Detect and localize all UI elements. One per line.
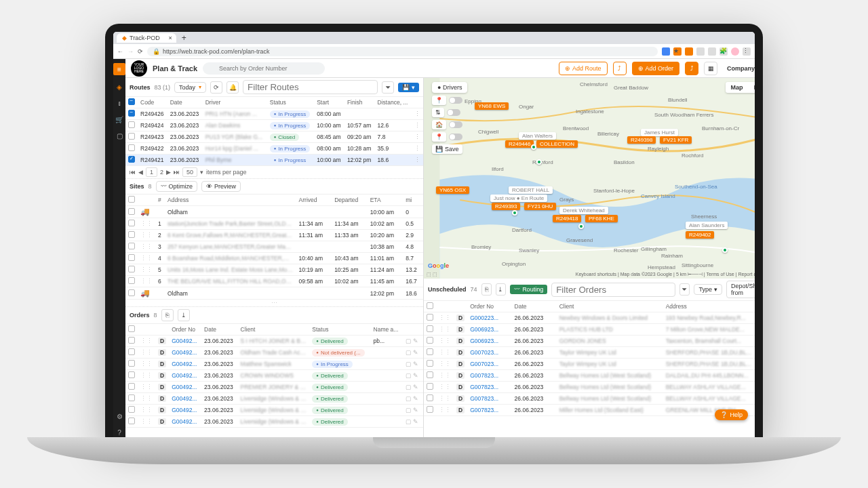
map-pin[interactable] <box>578 224 584 229</box>
filter-icon[interactable]: ⏷ <box>382 81 394 94</box>
drag-icon[interactable]: ⋮⋮ <box>439 361 451 367</box>
reload-icon[interactable]: ⟳ <box>138 48 143 55</box>
drag-icon[interactable]: ⋮⋮ <box>140 361 153 367</box>
map-pin[interactable] <box>512 210 517 216</box>
upload-order-icon[interactable]: ⤴ <box>685 62 698 75</box>
layer-toggle-4[interactable]: 📍 <box>432 132 446 142</box>
map-marker[interactable]: R249446 <box>505 140 534 148</box>
map-marker[interactable]: R249393 <box>492 203 520 210</box>
table-row[interactable]: 🚚 Oldham 10:00 am0 <box>125 206 423 218</box>
export-icon[interactable]: ⤓ <box>178 309 190 321</box>
map-panel[interactable]: ChelmsfordGreat BaddowEppingIngatestoneB… <box>424 78 755 279</box>
layer-toggle-2[interactable]: ⇅ <box>432 108 444 117</box>
table-row[interactable]: ⋮⋮ D G00492...23.06.2023 S I HITCH JOINE… <box>125 336 423 347</box>
drag-icon[interactable]: ⋮⋮ <box>439 349 451 356</box>
table-row[interactable]: ⋮⋮ D G00492...23.06.2023 Matthew Spanswi… <box>125 359 423 370</box>
drag-icon[interactable]: ⋮⋮ <box>439 407 451 413</box>
table-row[interactable]: ⋮⋮ D G000223...26.06.2023 Newbey Windows… <box>424 312 755 324</box>
table-row[interactable]: R24942423.06.2023Alan Dawkins In Progres… <box>125 120 423 131</box>
map-marker[interactable]: ROBERT HALL <box>509 186 553 194</box>
drag-icon[interactable]: ⋮⋮ <box>140 407 153 413</box>
drag-icon[interactable]: ⋮⋮ <box>140 372 153 379</box>
drag-icon[interactable]: ⋮⋮ <box>140 220 153 227</box>
drag-icon[interactable]: ⋮⋮ <box>140 384 153 390</box>
table-row[interactable]: ⋮⋮ D G006923...26.06.2023 PLASTICS HUB L… <box>424 324 755 336</box>
drag-icon[interactable]: ⋮⋮ <box>140 338 153 344</box>
export-icon[interactable]: ⤓ <box>496 283 506 296</box>
back-icon[interactable]: ← <box>117 48 123 55</box>
plan-track-icon[interactable]: ◈ <box>115 82 124 92</box>
company-label[interactable]: Company ID <box>723 65 755 72</box>
optimize-button[interactable]: 〰 Optimize <box>156 181 198 192</box>
layer-toggle-1[interactable]: 📍 <box>432 96 446 105</box>
map-marker[interactable]: Alan Saunders <box>686 222 728 229</box>
search-input[interactable] <box>203 62 325 75</box>
chart-icon[interactable]: ⫾ <box>115 98 124 108</box>
map-marker[interactable]: R249418 <box>553 215 581 222</box>
map-marker[interactable]: COLLECTION <box>536 140 578 148</box>
table-row[interactable]: ⋮⋮ D G00492...23.06.2023 Oldham Trade Ca… <box>125 347 423 359</box>
table-row[interactable]: ⋮⋮ D G007023...26.06.2023 Taylor Wimpey … <box>424 359 755 370</box>
table-row[interactable]: ⋮⋮ D G00492...23.06.2023 Liversidge (Win… <box>125 416 423 428</box>
map-pin[interactable] <box>536 159 542 165</box>
map-marker[interactable]: Alan Walters <box>519 132 556 140</box>
map-marker[interactable]: YN68 EWS <box>475 102 509 110</box>
depot-filter[interactable]: Depot/Ship from ▾ <box>726 281 755 298</box>
map-marker[interactable]: Derek Whitehead <box>559 207 608 214</box>
drag-icon[interactable]: ⋮⋮ <box>140 278 153 285</box>
routes-filter-input[interactable] <box>243 80 378 94</box>
drag-icon[interactable]: ⋮⋮ <box>140 395 153 402</box>
clock-icon[interactable]: ⟳ <box>210 81 222 94</box>
add-route-button[interactable]: ⊕ Add Route <box>559 62 608 75</box>
save-dropdown[interactable]: 💾 ▾ <box>398 83 419 92</box>
save-button[interactable]: 💾 Save <box>432 144 462 154</box>
table-row[interactable]: R24942123.06.2023Phil Byrne In Progress … <box>125 155 423 166</box>
table-row[interactable]: R24942323.06.2023PU13 YGR (Blake G... Cl… <box>125 131 423 143</box>
table-row[interactable]: ⋮⋮ 3257 Kenyon Lane,MANCHESTER,Greater M… <box>125 241 423 253</box>
cart-icon[interactable]: 🛒 <box>115 115 124 124</box>
table-row[interactable]: ⋮⋮ D G007023...26.06.2023 Taylor Wimpey … <box>424 347 755 359</box>
table-row[interactable]: ⋮⋮ 46 Boarshaw Road,Middleton,MANCHESTER… <box>125 253 423 264</box>
table-row[interactable]: ⋮⋮ 1station|Junction Trade Park,Baxter S… <box>125 218 423 230</box>
drivers-toggle[interactable]: ● Drivers <box>432 82 467 93</box>
map-marker[interactable]: R249402 <box>686 231 714 239</box>
layer-toggle-3[interactable]: 🏠 <box>432 120 446 129</box>
drag-icon[interactable]: ⋮⋮ <box>439 314 451 321</box>
map-pin[interactable] <box>531 144 536 150</box>
drag-icon[interactable]: ⋮⋮ <box>140 349 153 356</box>
bell-icon[interactable]: 🔔 <box>226 81 239 94</box>
address-bar[interactable]: 🔒 https://web.track-pod.com/en/plan-trac… <box>147 47 658 56</box>
drag-icon[interactable]: ⋮⋮ <box>140 243 153 250</box>
drag-icon[interactable]: ⋮⋮ <box>439 326 451 333</box>
table-row[interactable]: ⋮⋮ 5Units 16,Moss Lane Ind. Estate Moss … <box>125 264 423 276</box>
more-icon[interactable]: ⋮ <box>412 120 423 131</box>
add-order-button[interactable]: ⊕ Add Order <box>632 62 680 75</box>
map-marker[interactable]: PF68 KHE <box>585 215 618 222</box>
drag-icon[interactable]: ⋮⋮ <box>140 418 153 425</box>
more-icon[interactable]: ⋮ <box>412 108 423 120</box>
browser-tab[interactable]: ◆ Track-POD × <box>117 33 176 43</box>
table-row[interactable]: ⋮⋮ D G007823...26.06.2023 Bellway Homes … <box>424 370 755 382</box>
copy-icon[interactable]: ⎘ <box>161 309 174 321</box>
drag-icon[interactable]: ⋮⋮ <box>439 384 451 390</box>
table-row[interactable]: ⋮⋮ D G006923...26.06.2023 GORDON JONES T… <box>424 336 755 347</box>
type-filter[interactable]: Type ▾ <box>694 284 722 295</box>
map-pin[interactable] <box>722 247 728 253</box>
table-row[interactable]: ⋮⋮ D G00492...23.06.2023 CROWN WINDOWS D… <box>125 370 423 382</box>
drag-icon[interactable]: ⋮⋮ <box>439 372 451 379</box>
table-row[interactable]: ⋮⋮ D G00492...23.06.2023 PREMIER JOINERY… <box>125 382 423 393</box>
filter-icon[interactable]: ⏷ <box>679 283 690 296</box>
grid-icon[interactable]: ▦ <box>704 62 717 75</box>
table-row[interactable]: ⋮⋮ D G00492...23.06.2023 Liversidge (Win… <box>125 405 423 416</box>
more-icon[interactable]: ⋮ <box>412 155 423 166</box>
map-marker[interactable]: FY21 0HU <box>524 203 556 210</box>
map-marker[interactable]: FV21 KFR <box>660 136 692 144</box>
drag-icon[interactable]: ⋮⋮ <box>140 232 153 239</box>
gear-icon[interactable]: ⚙ <box>115 411 124 421</box>
map-marker[interactable]: YN65 OSX <box>436 186 469 194</box>
drag-icon[interactable]: ⋮⋮ <box>140 266 153 273</box>
help-icon[interactable]: ? <box>115 428 124 437</box>
table-row[interactable]: ⋮⋮ 6THE BELGRAVE MILL,FITTON HILL ROAD,O… <box>125 276 423 287</box>
date-filter[interactable]: Today <box>174 82 206 93</box>
more-icon[interactable]: ⋮ <box>412 131 423 143</box>
